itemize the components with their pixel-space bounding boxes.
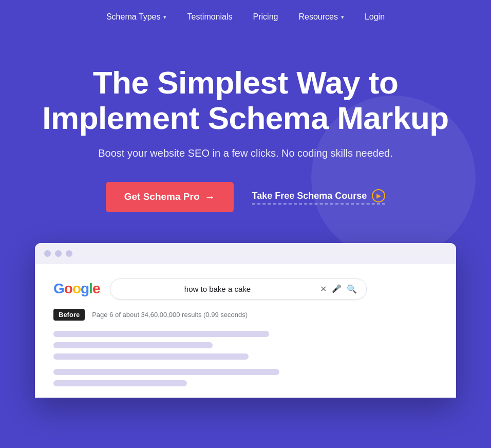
nav-schema-types-label: Schema Types — [106, 12, 161, 22]
main-nav: Schema Types ▾ Testimonials Pricing Reso… — [0, 0, 491, 34]
hero-title: The Simplest Way to Implement Schema Mar… — [42, 65, 448, 136]
cta-primary-label: Get Schema Pro — [124, 191, 200, 202]
result-line-2 — [53, 342, 213, 348]
browser-bar — [35, 243, 456, 264]
clear-search-icon[interactable]: ✕ — [320, 284, 327, 294]
arrow-icon: → — [205, 191, 215, 203]
hero-section: The Simplest Way to Implement Schema Mar… — [0, 34, 491, 398]
google-logo: Google — [53, 281, 100, 297]
nav-pricing[interactable]: Pricing — [253, 12, 278, 22]
play-icon: ▶ — [372, 189, 385, 202]
result-line-5 — [53, 380, 187, 386]
google-header: Google how to bake a cake ✕ 🎤 🔍 — [53, 278, 438, 300]
nav-testimonials[interactable]: Testimonials — [187, 12, 232, 22]
hero-buttons: Get Schema Pro → Take Free Schema Course… — [106, 182, 386, 212]
chevron-down-icon: ▾ — [163, 14, 166, 21]
nav-resources-label: Resources — [298, 12, 337, 22]
before-badge: Before — [53, 309, 85, 321]
nav-pricing-label: Pricing — [253, 12, 278, 22]
results-info: Before Page 6 of about 34,60,00,000 resu… — [53, 309, 438, 321]
nav-resources[interactable]: Resources ▾ — [298, 12, 344, 22]
browser-dot-1 — [44, 250, 51, 257]
search-bar: how to bake a cake ✕ 🎤 🔍 — [110, 278, 367, 300]
result-line-4 — [53, 369, 279, 375]
search-icon[interactable]: 🔍 — [347, 284, 357, 294]
result-block-2 — [53, 369, 438, 386]
browser-content: Google how to bake a cake ✕ 🎤 🔍 Before P… — [35, 264, 456, 398]
mic-icon[interactable]: 🎤 — [332, 284, 342, 293]
search-query-text: how to bake a cake — [120, 285, 315, 293]
nav-schema-types[interactable]: Schema Types ▾ — [106, 12, 167, 22]
nav-testimonials-label: Testimonials — [187, 12, 232, 22]
free-course-button[interactable]: Take Free Schema Course ▶ — [252, 189, 386, 204]
get-schema-pro-button[interactable]: Get Schema Pro → — [106, 182, 234, 212]
chevron-down-icon-resources: ▾ — [341, 14, 344, 21]
cta-secondary-label: Take Free Schema Course — [252, 191, 367, 201]
browser-mockup: Google how to bake a cake ✕ 🎤 🔍 Before P… — [35, 243, 456, 398]
result-line-3 — [53, 353, 249, 360]
result-line-1 — [53, 331, 269, 337]
results-count-text: Page 6 of about 34,60,00,000 results (0.… — [92, 311, 248, 319]
nav-login-label: Login — [365, 12, 385, 22]
browser-dot-3 — [66, 250, 72, 257]
nav-login[interactable]: Login — [365, 12, 385, 22]
hero-subtitle: Boost your website SEO in a few clicks. … — [98, 147, 393, 159]
browser-dot-2 — [55, 250, 62, 257]
result-block-1 — [53, 331, 438, 360]
